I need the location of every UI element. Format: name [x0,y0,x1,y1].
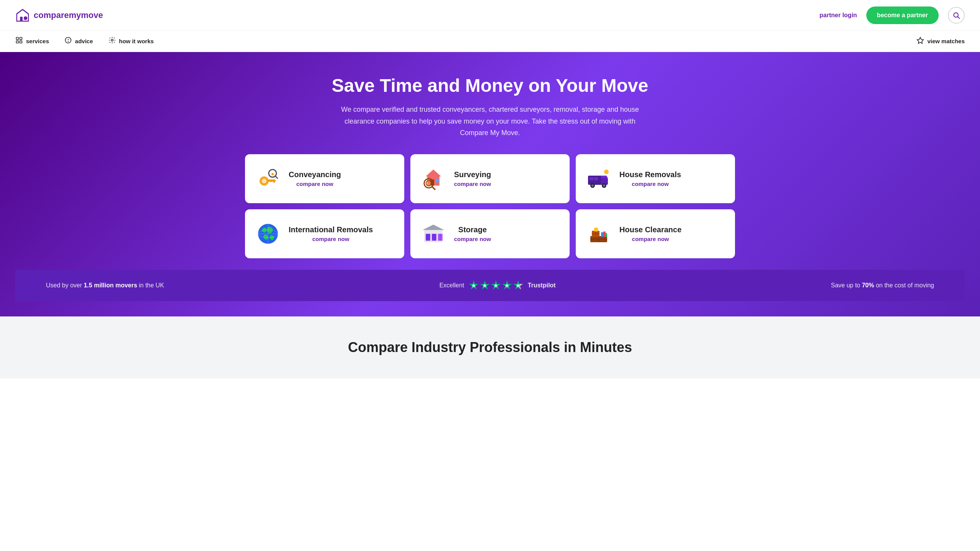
nav-services[interactable]: services [15,36,49,46]
star-3: ★ [491,280,501,290]
star-1: ★ [469,280,479,290]
services-label: services [26,38,49,44]
nav-advice[interactable]: advice [64,36,93,46]
svg-marker-41 [423,225,444,230]
house-clearance-cta: compare now [619,236,681,242]
storage-title: Storage [454,225,491,234]
star-4: ★ [502,280,512,290]
surveying-cta: compare now [454,181,491,187]
svg-marker-11 [917,37,924,44]
trustpilot-excellent: Excellent [439,282,464,289]
become-partner-button[interactable]: become a partner [866,7,939,24]
main-nav: services advice how it works view [0,31,980,52]
header-actions: partner login become a partner [820,7,965,24]
svg-point-24 [426,181,431,186]
movers-stat: Used by over 1.5 million movers in the U… [46,282,164,289]
search-button[interactable] [948,7,965,24]
storage-cta: compare now [454,236,491,242]
star-5: ★ [513,280,523,290]
house-clearance-title: House Clearance [619,225,681,234]
advice-icon [64,36,72,46]
international-removals-icon [254,220,282,248]
advice-label: advice [75,38,93,44]
house-clearance-text: House Clearance compare now [619,225,681,242]
conveyancing-title: Conveyancing [289,170,341,179]
svg-line-2 [958,16,960,18]
storage-icon [420,220,447,248]
hero-title: Save Time and Money on Your Move [15,75,965,96]
svg-rect-63 [594,228,598,231]
svg-rect-33 [590,177,593,180]
international-removals-title: International Removals [289,225,373,234]
svg-rect-60 [601,232,603,237]
how-it-works-label: how it works [119,38,154,44]
storage-text: Storage compare now [454,225,491,242]
house-removals-title: House Removals [619,170,681,179]
bottom-section: Compare Industry Professionals in Minute… [0,316,980,378]
surveying-text: Surveying compare now [454,170,491,187]
site-header: comparemymove partner login become a par… [0,0,980,31]
logo[interactable]: comparemymove [15,8,103,23]
view-matches-icon [916,37,924,46]
svg-rect-22 [436,179,439,183]
savings-stat: Save up to 70% on the cost of moving [831,282,934,289]
logo-icon [15,8,30,23]
surveying-title: Surveying [454,170,491,179]
nav-left: services advice how it works [15,36,154,46]
trustpilot-stars: ★ ★ ★ ★ ★ [469,280,523,290]
svg-rect-3 [16,37,19,40]
view-matches-label: view matches [927,38,965,44]
service-card-house-removals[interactable]: House Removals compare now [576,154,735,203]
svg-point-19 [271,173,274,175]
svg-point-32 [603,184,605,187]
service-card-storage[interactable]: Storage compare now [410,209,570,258]
svg-rect-62 [606,233,607,237]
services-icon [15,36,23,46]
svg-point-9 [68,41,69,42]
hero-section: Save Time and Money on Your Move We comp… [0,52,980,316]
nav-view-matches[interactable]: view matches [916,37,965,46]
conveyancing-icon [254,165,282,192]
how-it-works-icon [108,36,116,46]
surveying-icon [420,165,447,192]
service-card-surveying[interactable]: Surveying compare now [410,154,570,203]
svg-line-18 [275,176,278,178]
house-removals-text: House Removals compare now [619,170,681,187]
nav-how-it-works[interactable]: how it works [108,36,154,46]
international-removals-text: International Removals compare now [289,225,373,242]
service-card-house-clearance[interactable]: House Clearance compare now [576,209,735,258]
svg-rect-6 [20,41,22,43]
stats-bar: Used by over 1.5 million movers in the U… [15,270,965,301]
services-grid: Conveyancing compare now Surveying [241,154,739,258]
service-card-international-removals[interactable]: International Removals compare now [245,209,404,258]
hero-subtitle: We compare verified and trusted conveyan… [337,104,643,139]
international-removals-cta: compare now [289,236,373,242]
service-card-conveyancing[interactable]: Conveyancing compare now [245,154,404,203]
trustpilot-area: Excellent ★ ★ ★ ★ ★ Trustpilot [439,280,556,290]
svg-rect-15 [273,179,275,183]
svg-point-0 [24,16,28,20]
svg-rect-61 [603,231,606,237]
house-clearance-icon [585,220,612,248]
svg-rect-4 [20,37,22,40]
svg-point-10 [111,39,113,41]
svg-marker-28 [601,176,608,178]
star-2: ★ [480,280,490,290]
svg-point-30 [591,184,594,187]
house-removals-icon [585,165,612,192]
svg-line-25 [432,187,435,189]
trustpilot-brand: Trustpilot [528,282,556,289]
svg-point-13 [262,179,266,183]
search-icon [952,11,960,19]
svg-rect-16 [270,179,272,182]
svg-rect-34 [594,177,598,180]
partner-login-link[interactable]: partner login [820,12,857,19]
svg-rect-5 [16,41,19,43]
conveyancing-cta: compare now [289,181,341,187]
house-removals-cta: compare now [619,181,681,187]
conveyancing-text: Conveyancing compare now [289,170,341,187]
logo-text: comparemymove [34,10,103,20]
svg-point-35 [604,170,609,174]
bottom-title: Compare Industry Professionals in Minute… [15,339,965,355]
